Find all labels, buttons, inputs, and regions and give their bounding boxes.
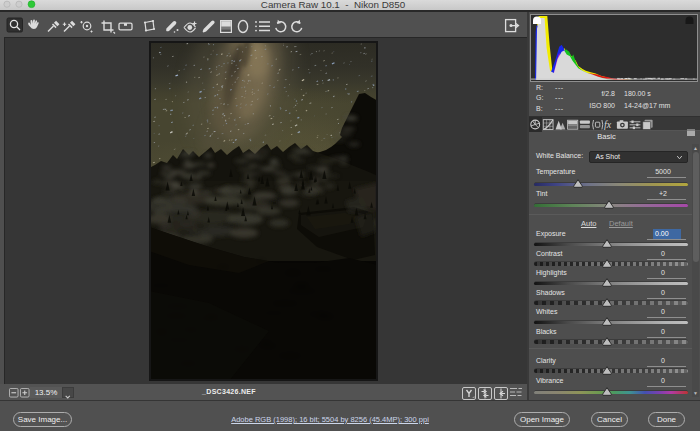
svg-text:fx: fx (604, 119, 612, 130)
